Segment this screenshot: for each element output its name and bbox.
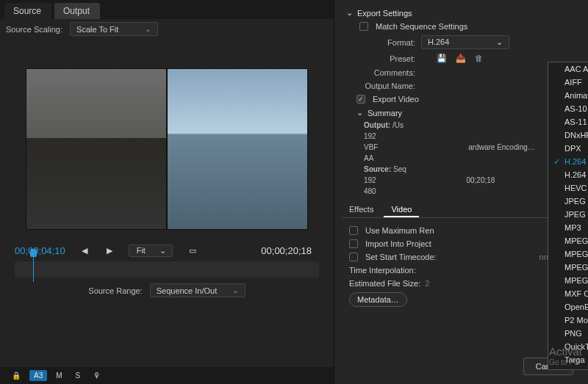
format-option[interactable]: HEVC (H.265)	[548, 181, 588, 195]
lock-icon[interactable]: 🔒	[7, 370, 25, 381]
source-range-select[interactable]: Sequence In/Out ⌄	[150, 283, 245, 297]
format-option[interactable]: H.264	[548, 155, 588, 168]
tab-output[interactable]: Output	[54, 3, 100, 19]
format-option[interactable]: Targa	[548, 353, 588, 366]
time-interp-label: Time Interpolation:	[349, 266, 416, 275]
est-size-label: Estimated File Size:	[349, 279, 420, 288]
import-preset-icon[interactable]: 📥	[456, 54, 467, 64]
export-settings-header[interactable]: ⌄ Export Settings	[342, 6, 581, 20]
use-max-label: Use Maximum Ren	[365, 226, 434, 235]
format-option[interactable]: QuickTime	[548, 340, 588, 353]
est-size-value: 2	[425, 279, 429, 288]
format-option[interactable]: JPEG	[548, 195, 588, 208]
format-option[interactable]: Animated GIF	[548, 89, 588, 102]
preview-thumb-right	[167, 68, 308, 230]
format-option[interactable]: MXF OP1a	[548, 287, 588, 300]
format-dropdown[interactable]: AAC AudioAIFFAnimated GIFAS-10AS-11DNxHR…	[548, 62, 588, 370]
chevron-down-icon: ⌄	[159, 246, 166, 256]
match-sequence-checkbox[interactable]	[359, 22, 368, 31]
subtab-effects[interactable]: Effects	[342, 203, 381, 217]
save-preset-icon[interactable]: 💾	[437, 54, 448, 64]
format-option[interactable]: DPX	[548, 142, 588, 155]
export-video-checkbox[interactable]	[356, 95, 365, 104]
source-scaling-row: Source Scaling: Scale To Fit ⌄	[0, 19, 334, 39]
chevron-down-icon: ⌄	[496, 37, 503, 47]
preview-thumb-left	[26, 68, 167, 230]
import-into-label: Import Into Project	[365, 239, 431, 248]
format-option[interactable]: AS-11	[548, 115, 588, 128]
comments-label: Comments:	[356, 68, 415, 77]
format-option[interactable]: H.264 Blu-ray	[548, 168, 588, 181]
format-select[interactable]: H.264⌄	[421, 35, 509, 49]
chevron-down-icon: ⌄	[145, 24, 151, 34]
export-video-label: Export Video	[373, 95, 419, 104]
export-subtabs: Effects Video Publish	[342, 203, 581, 218]
format-option[interactable]: JPEG 2000 MXF OP1a	[548, 208, 588, 221]
step-back-icon[interactable]: ◀	[79, 246, 90, 256]
delete-preset-icon[interactable]: 🗑	[475, 54, 487, 64]
format-option[interactable]: TIFF	[548, 366, 588, 370]
preview-area	[0, 61, 334, 237]
format-label: Format:	[356, 38, 415, 47]
timecode-duration: 00;00;20;18	[261, 245, 312, 256]
format-option[interactable]: MPEG2 Blu-ray	[548, 247, 588, 261]
chevron-down-icon: ⌄	[356, 108, 363, 117]
track-a3[interactable]: A3	[29, 370, 47, 381]
source-scaling-select[interactable]: Scale To Fit ⌄	[70, 22, 158, 36]
format-option[interactable]: OpenEXR	[548, 300, 588, 314]
set-start-tc-checkbox[interactable]	[349, 253, 358, 261]
source-scaling-label: Source Scaling:	[6, 25, 62, 34]
format-option[interactable]: MPEG2-DVD	[548, 261, 588, 274]
track-s[interactable]: S	[71, 370, 85, 381]
format-option[interactable]: AIFF	[548, 76, 588, 89]
set-start-tc-label: Set Start Timecode:	[365, 253, 437, 261]
format-option[interactable]: P2 Movie	[548, 314, 588, 327]
format-option[interactable]: AAC Audio	[548, 62, 588, 76]
format-option[interactable]: AS-10	[548, 102, 588, 115]
playhead[interactable]	[30, 257, 37, 282]
format-option[interactable]: DNxHR/DNxHD MXF OP1a	[548, 128, 588, 142]
summary-block: Output: /Us 192 VBF ardware Encoding… AA…	[342, 120, 581, 197]
step-fwd-icon[interactable]: ▶	[104, 246, 115, 256]
mic-icon[interactable]: 🎙	[89, 370, 105, 381]
match-sequence-label: Match Sequence Settings	[376, 22, 467, 31]
track-m[interactable]: M	[51, 370, 66, 381]
timeline-track[interactable]	[15, 261, 319, 278]
output-name-label: Output Name:	[356, 81, 415, 90]
summary-header[interactable]: ⌄ Summary	[342, 106, 581, 120]
preset-label: Preset:	[356, 54, 415, 63]
zoom-fit-select[interactable]: Fit⌄	[129, 244, 173, 257]
source-range-label: Source Range:	[88, 286, 142, 295]
aspect-icon[interactable]: ▭	[186, 246, 199, 256]
chevron-down-icon: ⌄	[346, 8, 353, 18]
timeline-controls: 00;00;04;10 ◀ ▶ Fit⌄ ▭ 00;00;20;18 Sourc…	[0, 237, 334, 305]
use-max-checkbox[interactable]	[349, 226, 358, 235]
subtab-video[interactable]: Video	[384, 203, 419, 217]
tab-source[interactable]: Source	[4, 3, 51, 19]
format-option[interactable]: MPEG4	[548, 274, 588, 287]
import-into-checkbox[interactable]	[349, 239, 358, 248]
chevron-down-icon: ⌄	[232, 286, 239, 295]
format-option[interactable]: MP3	[548, 221, 588, 234]
format-option[interactable]: MPEG2	[548, 234, 588, 247]
timecode-current[interactable]: 00;00;04;10	[15, 245, 65, 256]
format-option[interactable]: PNG	[548, 327, 588, 340]
left-tabs: Source Output	[0, 0, 334, 19]
audio-track-bar: 🔒 A3 M S 🎙	[0, 367, 334, 384]
metadata-button[interactable]: Metadata…	[349, 292, 407, 307]
